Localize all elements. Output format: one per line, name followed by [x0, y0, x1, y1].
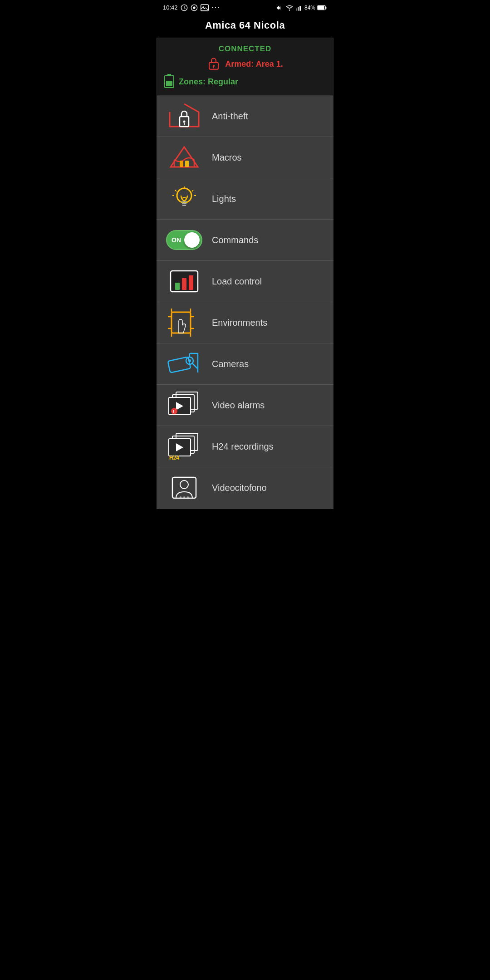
svg-point-63 — [180, 496, 181, 498]
macros-label: Macros — [212, 152, 242, 163]
anti-theft-icon — [164, 102, 205, 130]
cameras-label: Cameras — [212, 359, 249, 369]
lights-icon — [164, 185, 205, 213]
svg-point-54 — [171, 408, 177, 414]
svg-point-64 — [183, 496, 185, 498]
time-display: 10:42 — [163, 4, 178, 11]
zones-row: Zones: Regular — [164, 75, 326, 88]
menu-item-video-alarms[interactable]: ! Video alarms — [157, 385, 333, 426]
video-alarms-icon: ! — [164, 391, 205, 419]
lights-label: Lights — [212, 194, 236, 204]
svg-rect-2 — [201, 5, 208, 11]
h24-recordings-icon: H24 — [164, 432, 205, 461]
videocitofono-label: Videocitofono — [212, 483, 267, 493]
status-right: 84% — [275, 4, 327, 11]
app-title: Amica 64 Nicola — [157, 14, 333, 38]
svg-rect-7 — [299, 6, 301, 11]
macros-icon — [164, 143, 205, 172]
svg-line-27 — [192, 190, 193, 191]
status-panel: CONNECTED Armed: Area 1. Zones: Regular — [157, 38, 333, 96]
menu-item-videocitofono[interactable]: Videocitofono — [157, 467, 333, 509]
svg-point-12 — [213, 65, 215, 67]
menu-item-environments[interactable]: Environments — [157, 302, 333, 343]
svg-rect-43 — [168, 357, 191, 373]
dots-icon: ··· — [211, 3, 221, 12]
signal-icon — [295, 4, 303, 11]
armed-label: Armed: Area 1. — [225, 59, 283, 69]
videocitofono-icon — [164, 474, 205, 502]
svg-text:!: ! — [173, 409, 174, 414]
battery-percent: 84% — [304, 5, 315, 11]
svg-text:H24: H24 — [169, 455, 179, 461]
menu-list: Anti-theft Macros — [157, 96, 333, 509]
svg-rect-10 — [325, 6, 326, 9]
svg-rect-32 — [182, 278, 186, 290]
wifi-icon — [285, 4, 294, 11]
circle-icon — [191, 4, 198, 11]
menu-item-commands[interactable]: ON Commands — [157, 220, 333, 261]
lock-icon — [207, 57, 220, 71]
connected-label: CONNECTED — [164, 44, 326, 54]
zones-label: Zones: Regular — [179, 77, 238, 87]
menu-item-macros[interactable]: Macros — [157, 137, 333, 178]
load-control-icon — [164, 267, 205, 295]
svg-line-26 — [175, 190, 176, 191]
environments-icon — [164, 309, 205, 337]
menu-item-h24-recordings[interactable]: H24 H24 recordings — [157, 426, 333, 467]
armed-row: Armed: Area 1. — [164, 57, 326, 71]
svg-point-62 — [180, 480, 188, 489]
mute-icon — [275, 4, 284, 11]
battery-icon — [317, 5, 327, 11]
h24-recordings-label: H24 recordings — [212, 441, 274, 452]
svg-point-45 — [188, 359, 191, 362]
zones-battery-icon — [164, 75, 174, 88]
svg-rect-9 — [318, 6, 324, 10]
svg-rect-20 — [185, 161, 189, 167]
svg-rect-34 — [172, 312, 191, 333]
svg-rect-31 — [175, 283, 180, 290]
menu-item-load-control[interactable]: Load control — [157, 261, 333, 302]
commands-label: Commands — [212, 235, 258, 245]
menu-item-lights[interactable]: Lights — [157, 178, 333, 220]
svg-point-4 — [289, 10, 289, 10]
commands-icon: ON — [164, 226, 205, 254]
svg-rect-19 — [180, 161, 183, 167]
svg-point-65 — [187, 496, 189, 498]
environments-label: Environments — [212, 318, 267, 328]
svg-point-15 — [183, 121, 186, 123]
image-icon — [201, 4, 209, 11]
svg-rect-33 — [189, 275, 193, 290]
anti-theft-label: Anti-theft — [212, 111, 248, 122]
video-alarms-label: Video alarms — [212, 400, 265, 411]
svg-line-46 — [192, 363, 198, 369]
status-left: 10:42 ··· — [163, 3, 221, 12]
cameras-icon — [164, 350, 205, 378]
clock-icon — [181, 4, 188, 11]
load-control-label: Load control — [212, 276, 262, 287]
menu-item-cameras[interactable]: Cameras — [157, 343, 333, 385]
svg-rect-6 — [298, 7, 299, 10]
menu-item-anti-theft[interactable]: Anti-theft — [157, 96, 333, 137]
svg-rect-5 — [296, 8, 297, 10]
status-bar: 10:42 ··· 84% — [157, 0, 333, 14]
